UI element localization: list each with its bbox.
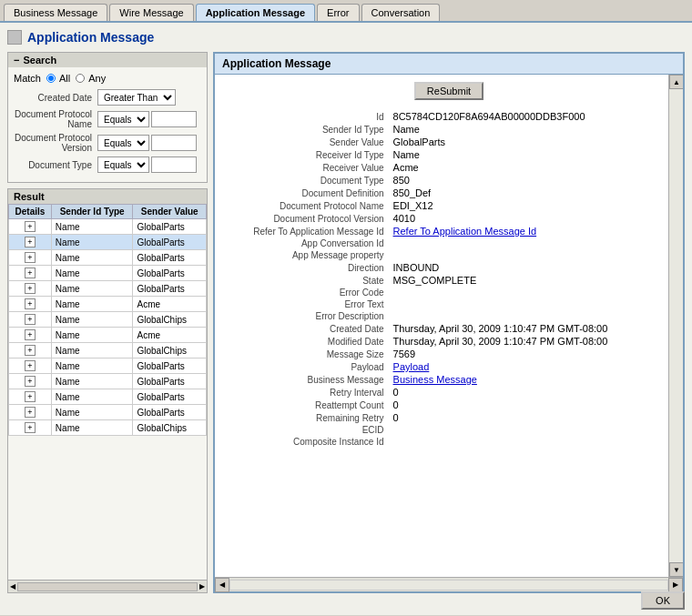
field-label: Direction [220,262,392,273]
expand-icon[interactable]: + [25,221,36,232]
scroll-right-icon[interactable]: ▶ [198,582,207,591]
table-row[interactable]: +NameGlobalParts [9,405,207,420]
table-row[interactable]: +NameGlobalParts [9,374,207,389]
field-row: Composite Instance Id [220,437,659,447]
field-row: Id8C5784CD120F8A694AB00000DDB3F000 [220,111,659,122]
field-value [393,437,659,447]
expand-icon[interactable]: + [25,268,36,278]
field-label: App Message property [220,250,392,260]
scroll-up-btn[interactable]: ▲ [669,75,683,89]
field-value: 0 [393,399,659,410]
field-value[interactable]: Refer To Application Message Id [393,226,659,237]
field-label: ECID [220,425,392,435]
field-label: Document Protocol Version [220,213,392,224]
any-radio[interactable] [76,74,85,83]
expand-icon[interactable]: + [25,298,36,309]
row-sender-id-type: Name [51,343,133,358]
table-row[interactable]: +NameAcme [9,297,207,312]
field-value: 0 [393,387,659,398]
created-date-select[interactable]: Greater Than Less Than Equals [97,89,176,106]
row-details-cell[interactable]: + [9,389,52,405]
ok-button[interactable]: OK [641,591,685,610]
table-row[interactable]: +NameGlobalParts [9,266,207,281]
search-header[interactable]: − Search [8,53,207,67]
row-details-cell[interactable]: + [9,312,52,328]
expand-icon[interactable]: + [25,407,36,418]
field-value[interactable]: Business Message [393,374,659,385]
doc-protocol-name-input[interactable] [151,111,197,127]
row-sender-id-type: Name [51,389,133,405]
doc-protocol-name-select[interactable]: Equals [97,111,149,127]
tab-conversation[interactable]: Conversation [361,4,441,21]
expand-icon[interactable]: + [25,252,36,263]
row-details-cell[interactable]: + [9,250,52,266]
field-value: GlobalParts [393,136,659,147]
expand-icon[interactable]: + [25,345,36,356]
row-sender-value: Acme [133,297,207,312]
expand-icon[interactable]: + [25,391,36,402]
all-radio-label[interactable]: All [46,73,70,84]
scroll-track-h[interactable] [229,580,668,591]
table-row[interactable]: +NameGlobalParts [9,219,207,235]
table-row[interactable]: +NameGlobalParts [9,389,207,405]
field-row: Retry Interval0 [220,387,659,398]
tab-error[interactable]: Error [317,4,359,21]
expand-icon[interactable]: + [25,422,36,433]
resubmit-button[interactable]: ReSubmit [414,82,483,100]
field-value: Name [393,124,659,135]
field-row: Modified DateThursday, April 30, 2009 1:… [220,336,659,347]
row-details-cell[interactable]: + [9,235,52,250]
scroll-left-h-btn[interactable]: ◀ [215,578,229,592]
table-row[interactable]: +NameGlobalParts [9,235,207,250]
field-row: Document Protocol NameEDI_X12 [220,200,659,211]
row-details-cell[interactable]: + [9,405,52,420]
scroll-track[interactable] [17,582,198,591]
doc-type-select[interactable]: Equals [97,157,149,173]
field-label: Message Size [220,348,392,359]
result-header: Result [8,189,207,204]
expand-icon[interactable]: + [25,237,36,247]
expand-icon[interactable]: + [25,376,36,387]
row-details-cell[interactable]: + [9,266,52,281]
table-row[interactable]: +NameGlobalChips [9,343,207,358]
all-radio[interactable] [46,74,56,83]
row-details-cell[interactable]: + [9,374,52,389]
table-row[interactable]: +NameAcme [9,328,207,343]
row-details-cell[interactable]: + [9,219,52,235]
row-details-cell[interactable]: + [9,328,52,343]
table-row[interactable]: +NameGlobalParts [9,281,207,297]
tab-wire-message[interactable]: Wire Message [109,4,193,21]
expand-icon[interactable]: + [25,314,36,325]
table-row[interactable]: +NameGlobalParts [9,250,207,266]
scroll-left-icon[interactable]: ◀ [8,582,17,591]
tab-application-message[interactable]: Application Message [196,4,315,21]
table-row[interactable]: +NameGlobalChips [9,312,207,328]
row-details-cell[interactable]: + [9,297,52,312]
doc-protocol-version-input[interactable] [151,135,197,151]
field-row: Created DateThursday, April 30, 2009 1:1… [220,323,659,334]
any-radio-label[interactable]: Any [76,73,106,84]
result-table-wrap[interactable]: Details Sender Id Type Sender Value +Nam… [8,204,207,580]
detail-bottom-scroll[interactable]: ◀ ▶ [215,577,683,591]
doc-type-input[interactable] [151,157,197,173]
row-details-cell[interactable]: + [9,420,52,436]
expand-icon[interactable]: + [25,360,36,371]
result-label: Result [14,191,45,202]
table-row[interactable]: +NameGlobalChips [9,420,207,436]
detail-scroll-right[interactable]: ▲ ▼ [668,75,683,577]
expand-icon[interactable]: + [25,329,36,340]
scroll-right-h-btn[interactable]: ▶ [668,578,683,592]
expand-icon[interactable]: + [25,283,36,294]
result-h-scroll[interactable]: ◀ ▶ [8,580,207,592]
row-details-cell[interactable]: + [9,358,52,374]
field-value [393,311,659,321]
field-value[interactable]: Payload [393,361,659,372]
scroll-track-v[interactable] [669,89,683,562]
row-details-cell[interactable]: + [9,343,52,358]
table-row[interactable]: +NameGlobalParts [9,358,207,374]
doc-protocol-version-select[interactable]: Equals [97,135,149,151]
row-details-cell[interactable]: + [9,281,52,297]
field-value: Thursday, April 30, 2009 1:10:47 PM GMT-… [393,323,659,334]
tab-business-message[interactable]: Business Message [4,4,107,21]
scroll-down-btn[interactable]: ▼ [669,562,683,577]
